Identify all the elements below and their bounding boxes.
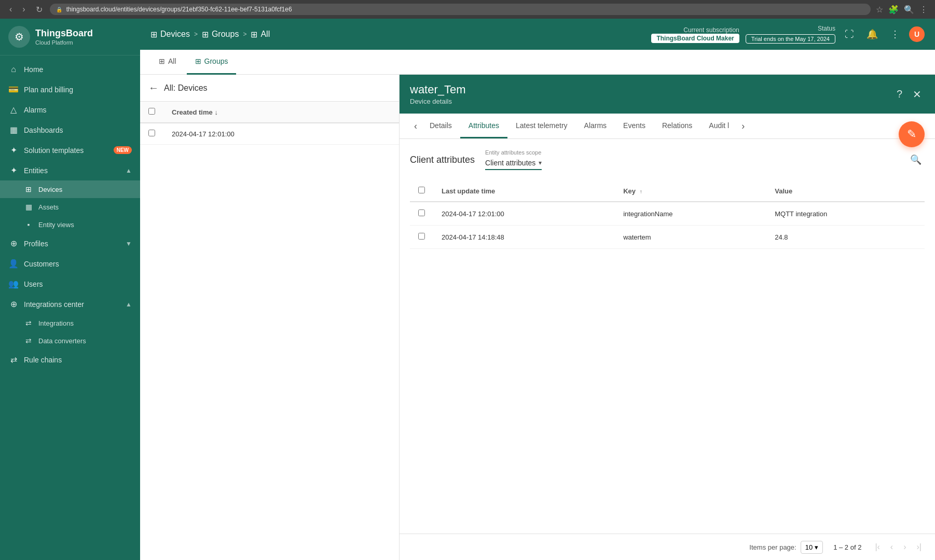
panel-tab-latest-telemetry[interactable]: Latest telemetry (507, 114, 576, 138)
bookmark-icon[interactable]: ☆ (875, 4, 884, 16)
row-checkbox[interactable] (148, 130, 155, 136)
tab-events-label: Events (623, 121, 645, 130)
alarm-icon: △ (8, 105, 19, 115)
back-button[interactable]: ← (148, 82, 159, 94)
table-row[interactable]: 2024-04-17 12:01:00 (140, 123, 399, 145)
breadcrumb-all[interactable]: ⊞ All (251, 30, 270, 39)
sidebar-item-label: Plan and billing (24, 86, 132, 94)
chevron-up-icon: ▲ (126, 301, 132, 308)
last-update-time-column-header[interactable]: Last update time (433, 180, 615, 202)
value-column-header[interactable]: Value (766, 180, 925, 202)
sidebar-item-data-converters[interactable]: ⇄ Data converters (0, 332, 140, 349)
breadcrumb-label: Groups (212, 30, 239, 39)
zoom-icon[interactable]: 🔍 (903, 4, 915, 16)
sidebar-item-dashboards[interactable]: ▦ Dashboards (0, 120, 140, 140)
created-time-column-header[interactable]: Created time ↓ (163, 102, 399, 123)
users-icon: 👥 (8, 279, 19, 289)
attr-row-checkbox[interactable] (418, 233, 425, 240)
app-logo: ⚙ (8, 26, 30, 48)
sidebar-nav: ⌂ Home 💳 Plan and billing △ Alarms ▦ Das… (0, 55, 140, 560)
next-page-button[interactable]: › (900, 540, 909, 554)
sidebar-item-integrations-center[interactable]: ⊕ Integrations center ▲ (0, 294, 140, 314)
attributes-header: Client attributes Entity attributes scop… (410, 149, 925, 170)
all-breadcrumb-icon: ⊞ (251, 30, 257, 39)
tab-groups-icon: ⊞ (195, 57, 201, 65)
breadcrumb-label: All (260, 30, 270, 39)
sidebar-item-assets[interactable]: ▦ Assets (0, 198, 140, 216)
panel-tab-alarms[interactable]: Alarms (576, 114, 615, 138)
tab-all-icon: ⊞ (159, 57, 165, 65)
breadcrumb: ⊞ Devices > ⊞ Groups > ⊞ All (150, 30, 645, 39)
help-button[interactable]: ? (893, 85, 905, 103)
sidebar-item-users[interactable]: 👥 Users (0, 274, 140, 294)
sidebar-item-profiles[interactable]: ⊕ Profiles ▼ (0, 233, 140, 254)
url-bar[interactable]: 🔒 thingsboard.cloud/entities/devices/gro… (50, 4, 871, 15)
key-column-header[interactable]: Key ↑ (615, 180, 766, 202)
chevron-up-icon: ▲ (126, 167, 132, 174)
prev-page-button[interactable]: ‹ (887, 540, 896, 554)
panel-tab-attributes[interactable]: Attributes (460, 114, 507, 138)
forward-button[interactable]: › (19, 4, 28, 15)
tab-details-label: Details (430, 121, 452, 130)
items-per-page-selector[interactable]: 10 ▾ (801, 541, 823, 554)
more-browser-icon[interactable]: ⋮ (918, 4, 929, 16)
refresh-button[interactable]: ↻ (33, 4, 46, 16)
back-button[interactable]: ‹ (6, 4, 15, 15)
sidebar-item-solution-templates[interactable]: ✦ Solution templates NEW (0, 140, 140, 160)
panel-tabs-next[interactable]: › (737, 114, 749, 138)
app-subtitle: Cloud Platform (35, 39, 93, 46)
tab-all[interactable]: ⊞ All (150, 50, 185, 75)
attributes-table: Last update time Key ↑ Value (410, 180, 925, 249)
sidebar-item-home[interactable]: ⌂ Home (0, 60, 140, 79)
panel-tabs: ‹ Details Attributes Latest telemetry (400, 114, 935, 139)
last-page-button[interactable]: ›| (914, 540, 925, 554)
sidebar-item-entity-views[interactable]: ▪ Entity views (0, 216, 140, 233)
sidebar-item-devices[interactable]: ⊞ Devices (0, 180, 140, 198)
panel-tab-relations[interactable]: Relations (654, 114, 700, 138)
breadcrumb-groups[interactable]: ⊞ Groups (202, 30, 239, 39)
sidebar-item-integrations[interactable]: ⇄ Integrations (0, 314, 140, 332)
fullscreen-button[interactable]: ⛶ (842, 26, 857, 43)
attr-row-checkbox[interactable] (418, 209, 425, 216)
sidebar-item-label: Home (24, 65, 132, 74)
dashboard-icon: ▦ (8, 125, 19, 135)
status-info: Status Trial ends on the May 17, 2024 (746, 25, 835, 44)
panel-tab-details[interactable]: Details (421, 114, 460, 138)
notifications-button[interactable]: 🔔 (863, 25, 881, 43)
panel-header: water_Tem Device details ? ✕ (400, 75, 935, 114)
sidebar-item-label: Rule chains (24, 356, 132, 364)
sidebar-item-customers[interactable]: 👤 Customers (0, 254, 140, 274)
attr-row-checkbox-cell (410, 226, 433, 249)
scope-dropdown[interactable]: Client attributes ▾ (485, 157, 542, 170)
panel-tab-events[interactable]: Events (615, 114, 654, 138)
attributes-search-button[interactable]: 🔍 (907, 151, 925, 169)
new-badge: NEW (114, 146, 132, 154)
sort-desc-icon: ↓ (214, 108, 218, 116)
credit-card-icon: 💳 (8, 85, 19, 94)
more-menu-button[interactable]: ⋮ (887, 25, 903, 43)
sidebar-item-label: Solution templates (24, 146, 108, 155)
tab-groups-label: Groups (204, 57, 228, 65)
select-all-checkbox[interactable] (148, 108, 155, 115)
user-avatar-button[interactable]: U (909, 26, 925, 42)
attributes-title: Client attributes (410, 155, 475, 165)
breadcrumb-devices[interactable]: ⊞ Devices (150, 30, 190, 39)
panel-tab-audit[interactable]: Audit l (700, 114, 737, 138)
tab-groups[interactable]: ⊞ Groups (187, 50, 237, 75)
pagination-bar: Items per page: 10 ▾ 1 – 2 of 2 |‹ ‹ › ›… (400, 534, 935, 560)
panel-tabs-prev[interactable]: ‹ (410, 114, 421, 138)
sidebar-item-alarms[interactable]: △ Alarms (0, 100, 140, 120)
sidebar-item-plan-billing[interactable]: 💳 Plan and billing (0, 79, 140, 100)
attr-value-cell: 24.8 (766, 226, 925, 249)
first-page-button[interactable]: |‹ (872, 540, 883, 554)
attr-select-all-checkbox[interactable] (418, 187, 425, 193)
sidebar-item-rule-chains[interactable]: ⇄ Rule chains (0, 349, 140, 370)
sidebar-item-label: Entity views (38, 221, 74, 229)
sidebar-item-entities[interactable]: ✦ Entities ▲ (0, 160, 140, 180)
sidebar-item-label: Integrations center (24, 300, 120, 309)
extensions-icon[interactable]: 🧩 (887, 4, 900, 16)
integrations-center-icon: ⊕ (8, 299, 19, 309)
close-panel-button[interactable]: ✕ (910, 85, 925, 104)
attr-key-cell: watertem (615, 226, 766, 249)
edit-fab-button[interactable]: ✎ (899, 121, 925, 147)
